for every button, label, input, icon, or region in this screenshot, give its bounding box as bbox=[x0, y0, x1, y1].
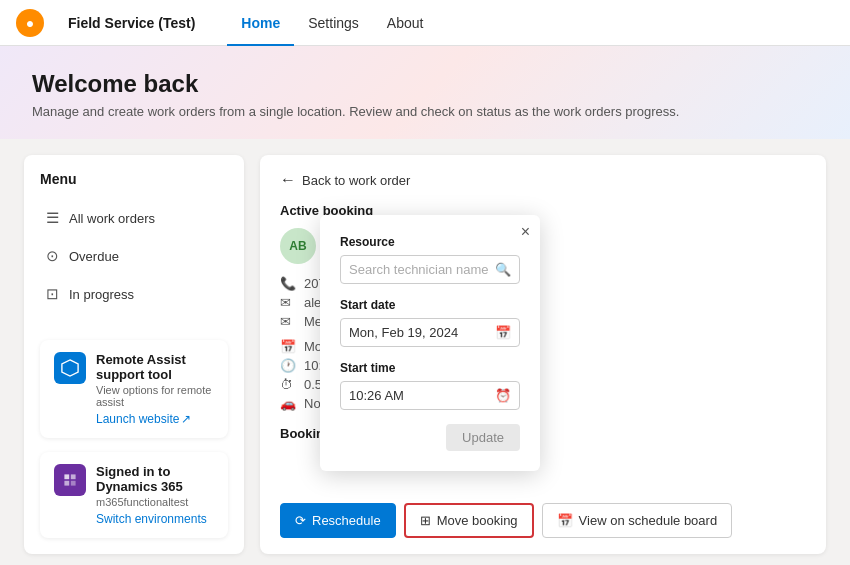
remote-assist-icon bbox=[54, 352, 86, 384]
move-icon: ⊞ bbox=[420, 513, 431, 528]
clock-icon: 🕐 bbox=[280, 358, 296, 373]
calendar-picker-icon: 📅 bbox=[495, 325, 511, 340]
hero-banner: Welcome back Manage and create work orde… bbox=[0, 46, 850, 139]
list-icon: ☰ bbox=[46, 209, 59, 227]
start-time-label: Start time bbox=[340, 361, 520, 375]
dynamics-info: Signed in to Dynamics 365 m365functional… bbox=[96, 464, 214, 526]
menu-item-all-work-orders[interactable]: ☰ All work orders bbox=[40, 201, 228, 235]
topnav: ● Field Service (Test) Home Settings Abo… bbox=[0, 0, 850, 46]
time-picker-icon: ⏰ bbox=[495, 388, 511, 403]
avatar: AB bbox=[280, 228, 316, 264]
search-icon: 🔍 bbox=[495, 262, 511, 277]
resource-placeholder: Search technician name bbox=[349, 262, 489, 277]
reschedule-icon: ⟳ bbox=[295, 513, 306, 528]
start-time-field: Start time 10:26 AM ⏰ bbox=[340, 361, 520, 410]
menu-label-all: All work orders bbox=[69, 211, 155, 226]
nav-links: Home Settings About bbox=[227, 0, 437, 46]
start-date-label: Start date bbox=[340, 298, 520, 312]
tool-info: Remote Assist support tool View options … bbox=[96, 352, 214, 426]
avatar-initials: AB bbox=[289, 239, 306, 253]
resource-field: Resource Search technician name 🔍 bbox=[340, 235, 520, 284]
phone-icon: 📞 bbox=[280, 276, 296, 291]
start-time-value: 10:26 AM bbox=[349, 388, 489, 403]
tool-desc: View options for remote assist bbox=[96, 384, 214, 408]
tool-header: Remote Assist support tool View options … bbox=[54, 352, 214, 426]
dynamics-name: Signed in to Dynamics 365 bbox=[96, 464, 214, 494]
external-link-icon: ↗ bbox=[181, 412, 191, 426]
modal-close-button[interactable]: × bbox=[521, 223, 530, 241]
svg-rect-3 bbox=[64, 481, 69, 486]
main-content: Menu ☰ All work orders ⊙ Overdue ⊡ In pr… bbox=[0, 139, 850, 565]
menu-item-in-progress[interactable]: ⊡ In progress bbox=[40, 277, 228, 311]
remote-assist-card: Remote Assist support tool View options … bbox=[40, 340, 228, 438]
menu-title: Menu bbox=[40, 171, 228, 187]
start-date-field: Start date Mon, Feb 19, 2024 📅 bbox=[340, 298, 520, 347]
app-name: Field Service (Test) bbox=[68, 15, 195, 31]
reschedule-button[interactable]: ⟳ Reschedule bbox=[280, 503, 396, 538]
back-label: Back to work order bbox=[302, 173, 410, 188]
svg-rect-2 bbox=[71, 474, 76, 479]
resource-search-input[interactable]: Search technician name 🔍 bbox=[340, 255, 520, 284]
progress-icon: ⊡ bbox=[46, 285, 59, 303]
action-buttons: ⟳ Reschedule ⊞ Move booking 📅 View on sc… bbox=[280, 503, 806, 538]
switch-environments-link[interactable]: Switch environments bbox=[96, 512, 207, 526]
update-button[interactable]: Update bbox=[446, 424, 520, 451]
dynamics-desc: m365functionaltest bbox=[96, 496, 214, 508]
menu-item-overdue[interactable]: ⊙ Overdue bbox=[40, 239, 228, 273]
nav-about[interactable]: About bbox=[373, 0, 438, 46]
menu-label-progress: In progress bbox=[69, 287, 134, 302]
start-time-input[interactable]: 10:26 AM ⏰ bbox=[340, 381, 520, 410]
move-booking-modal: × Resource Search technician name 🔍 Star… bbox=[320, 215, 540, 471]
menu-panel: Menu ☰ All work orders ⊙ Overdue ⊡ In pr… bbox=[24, 155, 244, 554]
svg-rect-4 bbox=[71, 481, 76, 486]
email-icon: ✉ bbox=[280, 295, 296, 310]
back-arrow-icon: ← bbox=[280, 171, 296, 189]
overdue-icon: ⊙ bbox=[46, 247, 59, 265]
message-icon: ✉ bbox=[280, 314, 296, 329]
booking-panel: ← Back to work order Active booking AB A… bbox=[260, 155, 826, 554]
nav-settings[interactable]: Settings bbox=[294, 0, 373, 46]
reschedule-label: Reschedule bbox=[312, 513, 381, 528]
duration-icon: ⏱ bbox=[280, 377, 296, 392]
svg-marker-0 bbox=[62, 360, 78, 376]
app-logo: ● bbox=[16, 9, 44, 37]
move-booking-button[interactable]: ⊞ Move booking bbox=[404, 503, 534, 538]
start-date-value: Mon, Feb 19, 2024 bbox=[349, 325, 489, 340]
dynamics-icon bbox=[54, 464, 86, 496]
schedule-board-icon: 📅 bbox=[557, 513, 573, 528]
menu-label-overdue: Overdue bbox=[69, 249, 119, 264]
dynamics-card: Signed in to Dynamics 365 m365functional… bbox=[40, 452, 228, 538]
tool-name: Remote Assist support tool bbox=[96, 352, 214, 382]
car-icon: 🚗 bbox=[280, 396, 296, 411]
launch-website-link[interactable]: Launch website ↗ bbox=[96, 412, 191, 426]
nav-home[interactable]: Home bbox=[227, 0, 294, 46]
hero-subtitle: Manage and create work orders from a sin… bbox=[32, 104, 818, 119]
hero-title: Welcome back bbox=[32, 70, 818, 98]
move-label: Move booking bbox=[437, 513, 518, 528]
logo-letter: ● bbox=[26, 15, 34, 31]
svg-rect-1 bbox=[64, 474, 69, 479]
start-date-input[interactable]: Mon, Feb 19, 2024 📅 bbox=[340, 318, 520, 347]
resource-label: Resource bbox=[340, 235, 520, 249]
back-to-work-order[interactable]: ← Back to work order bbox=[280, 171, 806, 189]
view-schedule-board-button[interactable]: 📅 View on schedule board bbox=[542, 503, 733, 538]
calendar-icon: 📅 bbox=[280, 339, 296, 354]
dynamics-header: Signed in to Dynamics 365 m365functional… bbox=[54, 464, 214, 526]
schedule-board-label: View on schedule board bbox=[579, 513, 718, 528]
